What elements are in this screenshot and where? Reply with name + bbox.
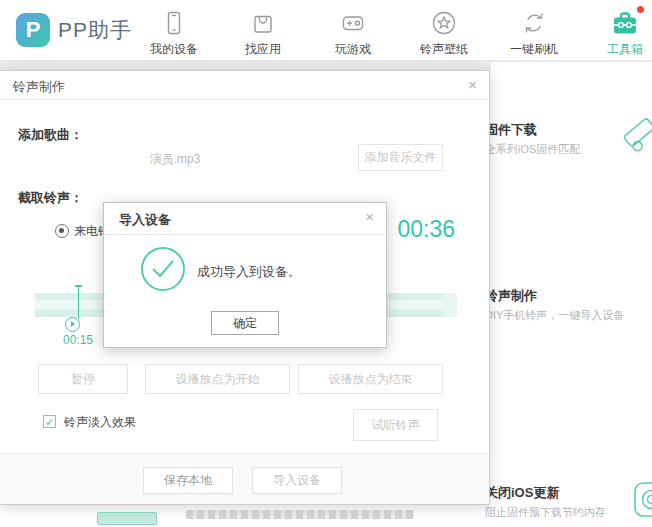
success-message: 成功导入到设备。 — [197, 263, 301, 281]
playhead-marker[interactable] — [71, 285, 85, 319]
playhead-time: 00:15 — [55, 333, 101, 347]
tool-subtitle: DIY手机铃声，一键导入设备 — [485, 308, 652, 323]
nav-item-find-apps[interactable]: 找应用 — [227, 8, 299, 58]
dialog-header: 铃声制作 × — [0, 71, 489, 100]
shopping-bag-icon — [227, 8, 299, 38]
nav-label: 我的设备 — [138, 41, 210, 58]
nav-label: 找应用 — [227, 41, 299, 58]
nav-item-ringtone-wallpaper[interactable]: 铃声壁纸 — [408, 8, 480, 58]
dialog-footer: 保存本地 导入设备 — [0, 453, 489, 504]
modal-header: 导入设备 × — [104, 203, 386, 235]
total-duration: 00:36 — [397, 216, 455, 243]
toolbox-icon — [589, 8, 652, 38]
tool-subtitle: 阻止固件预下载节约内存 — [485, 505, 652, 520]
import-device-button[interactable]: 导入设备 — [252, 467, 342, 494]
nav-item-one-click-flash[interactable]: 一键刷机 — [498, 8, 570, 58]
firmware-icon — [620, 112, 652, 158]
nav-item-my-devices[interactable]: 我的设备 — [138, 8, 210, 58]
app-logo-icon: P — [16, 13, 50, 47]
nav-label: 工具箱 — [589, 41, 652, 58]
app-logo-text: PP助手 — [58, 16, 132, 44]
set-start-button[interactable]: 设播放点为开始 — [145, 364, 290, 394]
add-song-label: 添加歌曲： — [18, 126, 83, 144]
close-icon[interactable]: × — [468, 77, 477, 92]
set-end-button[interactable]: 设播放点为结束 — [298, 364, 443, 394]
preview-ringtone-button[interactable]: 试听铃声 — [353, 409, 438, 441]
gamepad-icon — [317, 8, 389, 38]
nav-label: 玩游戏 — [317, 41, 389, 58]
tool-title: 铃声制作 — [485, 287, 652, 305]
star-circle-icon — [408, 8, 480, 38]
waveform-end-segment — [443, 293, 457, 317]
top-bar: P PP助手 我的设备 找应用 玩游戏 — [0, 0, 652, 61]
modal-title: 导入设备 — [119, 211, 171, 229]
save-local-button[interactable]: 保存本地 — [143, 467, 233, 494]
close-icon[interactable]: × — [365, 209, 374, 224]
dialog-title: 铃声制作 — [13, 78, 65, 96]
selected-file-name: 演员.mp3 — [115, 151, 235, 168]
nav-item-play-games[interactable]: 玩游戏 — [317, 8, 389, 58]
add-music-file-button[interactable]: 添加音乐文件 — [358, 144, 443, 171]
tool-card-ringtone-maker[interactable]: 铃声制作 DIY手机铃声，一键导入设备 — [485, 287, 652, 323]
refresh-icon — [498, 8, 570, 38]
import-device-modal: 导入设备 × 成功导入到设备。 确定 — [103, 202, 387, 348]
toolbox-panel: 固件下载 全系列iOS固件匹配 铃声制作 DIY手机铃声，一键导入设备 关闭iO… — [491, 62, 652, 527]
incoming-call-radio[interactable] — [55, 224, 69, 238]
tool-card-close-ios-update[interactable]: 关闭iOS更新 阻止固件预下载节约内存 — [485, 484, 652, 520]
nav-item-toolbox[interactable]: 工具箱 — [589, 8, 652, 58]
notification-dot — [637, 6, 644, 13]
background-text-stub — [186, 510, 414, 519]
success-check-icon — [141, 247, 185, 291]
fade-in-checkbox-label: 铃声淡入效果 — [64, 414, 136, 431]
ok-button[interactable]: 确定 — [211, 311, 279, 335]
tool-title: 关闭iOS更新 — [485, 484, 652, 502]
playhead-handle-icon[interactable] — [65, 317, 80, 332]
cut-ringtone-label: 截取铃声： — [18, 189, 83, 207]
nav-label: 铃声壁纸 — [408, 41, 480, 58]
pause-button[interactable]: 暂停 — [38, 364, 128, 394]
fade-in-checkbox[interactable]: ✓ — [43, 415, 56, 428]
phone-icon — [138, 8, 210, 38]
ios-update-icon — [633, 481, 652, 519]
nav-label: 一键刷机 — [498, 41, 570, 58]
background-teal-stub — [97, 512, 157, 525]
